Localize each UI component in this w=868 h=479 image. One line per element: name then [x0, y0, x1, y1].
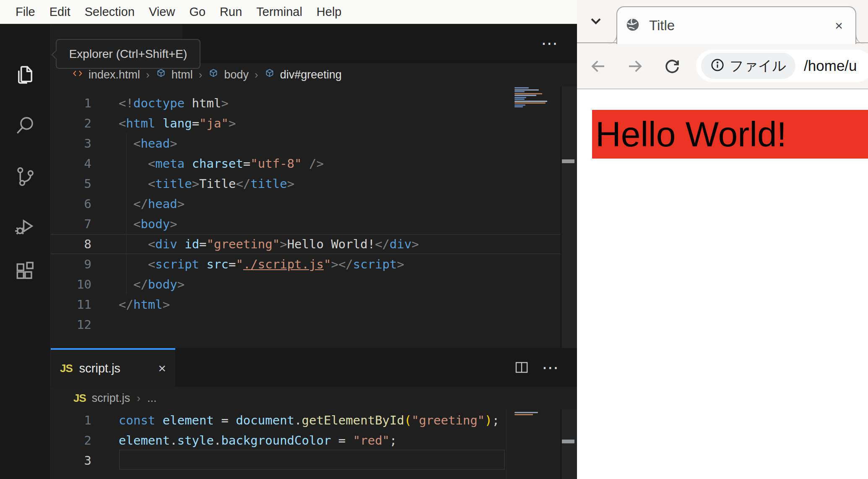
menu-item-run[interactable]: Run [213, 5, 249, 19]
menu-item-help[interactable]: Help [309, 5, 349, 19]
line-number: 2 [51, 430, 91, 450]
code-line[interactable]: 2element.style.backgroundColor = "red"; [51, 430, 561, 450]
editor-js[interactable]: 1const element = document.getElementById… [51, 409, 561, 479]
tab-label: script.js [79, 362, 120, 375]
symbol-cube-icon [156, 68, 166, 82]
breadcrumb-more[interactable]: ... [147, 392, 157, 405]
code-text: <body> [119, 214, 177, 234]
url-text: /home/u [804, 57, 857, 74]
code-line[interactable]: 10 </body> [51, 274, 561, 294]
breadcrumb-file[interactable]: script.js [92, 392, 130, 405]
source-control-icon[interactable] [13, 165, 37, 188]
chevron-down-icon[interactable] [589, 14, 603, 29]
code-text: element.style.backgroundColor = "red"; [119, 430, 397, 450]
breadcrumb-separator: › [254, 68, 259, 81]
breadcrumb-segment[interactable]: html [172, 68, 193, 81]
line-number: 7 [51, 214, 91, 234]
menu-item-file[interactable]: File [8, 5, 42, 19]
code-line[interactable]: 1const element = document.getElementById… [51, 410, 561, 430]
screen: FileEditSelectionViewGoRunTerminalHelp [0, 0, 868, 479]
code-line[interactable]: 12 [51, 315, 561, 335]
breadcrumb: JS script.js › ... [51, 387, 577, 409]
code-line[interactable]: 6 </head> [51, 194, 561, 214]
menu-item-view[interactable]: View [142, 5, 182, 19]
explorer-tooltip: Explorer (Ctrl+Shift+E) [56, 39, 200, 69]
code-text: const element = document.getElementById(… [119, 410, 499, 430]
line-number: 4 [51, 154, 91, 174]
back-button[interactable] [590, 57, 607, 75]
symbol-cube-icon [264, 68, 275, 82]
line-number: 12 [51, 315, 91, 335]
browser-window: Title × [577, 0, 868, 479]
line-number: 3 [51, 450, 91, 471]
code-line[interactable]: 4 <meta charset="utf-8" /> [51, 154, 561, 174]
browser-tab-strip: Title × [577, 0, 868, 43]
extensions-icon[interactable] [13, 259, 37, 283]
scrollbar-thumb[interactable] [562, 440, 574, 443]
menu-item-go[interactable]: Go [182, 5, 213, 19]
files-icon[interactable] [13, 63, 37, 87]
line-number: 10 [51, 274, 91, 294]
menu-item-edit[interactable]: Edit [42, 5, 78, 19]
close-tab-icon[interactable]: × [835, 18, 843, 34]
tab-script-js[interactable]: JS script.js × [51, 348, 175, 387]
breadcrumb-separator: › [136, 392, 141, 405]
code-line[interactable]: 1<!doctype html> [51, 93, 561, 113]
scrollbar-thumb[interactable] [562, 159, 574, 163]
forward-button[interactable] [626, 57, 644, 75]
globe-icon [625, 17, 641, 34]
breadcrumb-file[interactable]: index.html [88, 68, 140, 81]
code-line[interactable]: 2<html lang="ja"> [51, 113, 561, 133]
code-text: <html lang="ja"> [119, 113, 236, 133]
editor-more-actions[interactable]: ⋯ [542, 359, 559, 376]
scrollbar-track[interactable] [561, 86, 577, 348]
address-bar[interactable]: ファイル /home/u [696, 49, 868, 82]
editor-more-actions[interactable]: ⋯ [541, 35, 558, 52]
code-line[interactable]: 8 <div id="greeting">Hello World!</div> [51, 234, 561, 254]
site-info-chip[interactable]: ファイル [701, 53, 795, 79]
code-text: <script src="./script.js"></script> [119, 254, 404, 274]
code-text: <meta charset="utf-8" /> [119, 154, 324, 174]
breadcrumb-segment[interactable]: body [224, 68, 249, 81]
line-number: 1 [51, 410, 91, 430]
editor-tab-bar-bottom: JS script.js × ⋯ [51, 348, 577, 387]
code-text: <head> [119, 133, 177, 154]
code-line[interactable]: 11</html> [51, 294, 561, 315]
line-number: 3 [51, 133, 91, 154]
code-text: <!doctype html> [119, 93, 229, 113]
close-tab-icon[interactable]: × [158, 361, 166, 376]
code-text: <title>Title</title> [119, 174, 294, 194]
line-number: 9 [51, 254, 91, 274]
code-text: </body> [119, 274, 185, 294]
activity-bar [0, 24, 51, 479]
breadcrumb-segment[interactable]: div#greeting [280, 68, 342, 81]
code-text: <div id="greeting">Hello World!</div> [119, 234, 419, 254]
scrollbar-track[interactable] [561, 409, 577, 479]
minimap-line [515, 89, 539, 91]
split-editor-icon[interactable] [514, 361, 529, 376]
line-number: 5 [51, 174, 91, 194]
menu-item-selection[interactable]: Selection [78, 5, 142, 19]
code-line[interactable]: 7 <body> [51, 214, 561, 234]
line-number: 1 [51, 93, 91, 113]
search-icon[interactable] [13, 114, 37, 138]
js-file-icon: JS [60, 362, 73, 375]
code-line[interactable]: 3 <head> [51, 133, 561, 154]
browser-toolbar: ファイル /home/u [577, 43, 868, 89]
code-text: </head> [119, 194, 185, 214]
code-line[interactable]: 9 <script src="./script.js"></script> [51, 254, 561, 274]
reload-button[interactable] [663, 57, 681, 75]
browser-tab[interactable]: Title × [616, 6, 856, 44]
js-file-icon: JS [73, 392, 86, 405]
menu-item-terminal[interactable]: Terminal [249, 5, 309, 19]
browser-tab-title: Title [649, 18, 675, 34]
editor-html[interactable]: 1<!doctype html>2<html lang="ja">3 <head… [51, 86, 561, 348]
code-text: </html> [119, 294, 170, 315]
minimap-line [515, 87, 529, 89]
line-number: 8 [51, 234, 91, 254]
code-line[interactable]: 3 [51, 450, 561, 471]
chip-label: ファイル [730, 57, 786, 75]
debug-icon[interactable] [13, 214, 37, 238]
code-line[interactable]: 5 <title>Title</title> [51, 174, 561, 194]
line-number: 6 [51, 194, 91, 214]
